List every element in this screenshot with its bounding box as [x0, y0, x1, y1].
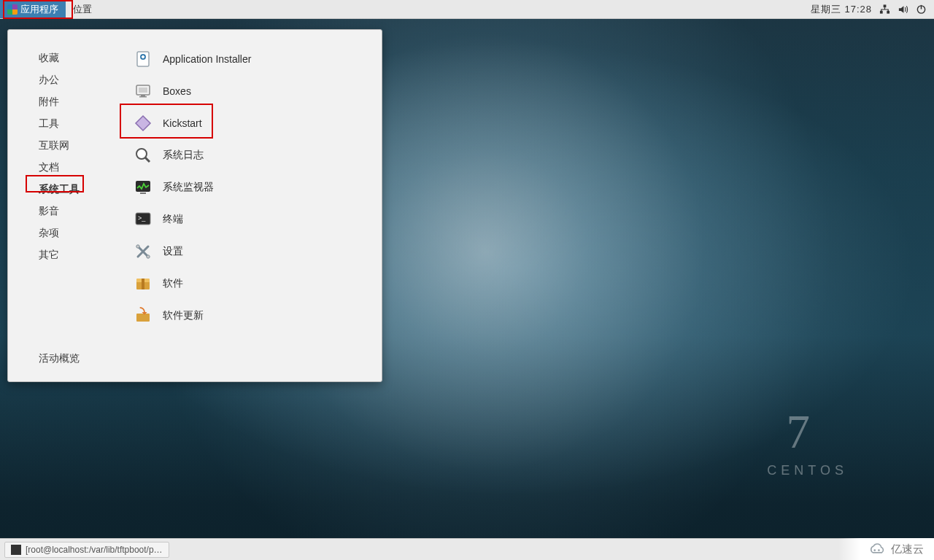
app-label: 系统监视器 [163, 181, 214, 194]
cat-misc[interactable]: 杂项 [39, 222, 117, 244]
svg-rect-10 [139, 88, 147, 93]
volume-icon[interactable] [898, 4, 908, 15]
svg-rect-11 [141, 95, 145, 96]
settings-icon [134, 242, 153, 261]
taskbar-item-terminal[interactable]: [root@localhost:/var/lib/tftpboot/p… [4, 542, 169, 558]
app-software[interactable]: 软件 [125, 268, 374, 300]
app-software-update[interactable]: 软件更新 [125, 300, 374, 332]
activities-overview[interactable]: 活动概览 [39, 352, 80, 365]
network-icon[interactable] [879, 4, 890, 15]
svg-rect-24 [142, 279, 144, 289]
cat-documents[interactable]: 文档 [39, 157, 117, 179]
centos-brand-text: CENTOS [767, 463, 848, 478]
app-settings[interactable]: 设置 [125, 236, 374, 268]
applications-menu-button[interactable]: 应用程序 [0, 0, 66, 18]
svg-point-20 [136, 245, 139, 248]
cat-other[interactable]: 其它 [39, 244, 117, 266]
app-label: 软件更新 [163, 309, 204, 322]
cat-system-tools[interactable]: 系统工具 [39, 179, 117, 201]
centos-logo-icon [7, 4, 18, 15]
cat-internet[interactable]: 互联网 [39, 135, 117, 157]
cat-label: 互联网 [39, 139, 69, 152]
cat-label: 文档 [39, 161, 59, 174]
app-application-installer[interactable]: Application Installer [125, 43, 374, 75]
cat-multimedia[interactable]: 影音 [39, 201, 117, 222]
terminal-icon: >_ [134, 210, 153, 229]
centos-seven: 7 [787, 405, 811, 459]
svg-rect-1 [880, 10, 883, 13]
applications-label: 应用程序 [20, 3, 58, 16]
application-installer-icon [134, 50, 153, 69]
power-icon[interactable] [916, 4, 927, 15]
app-label: Boxes [163, 85, 191, 97]
places-label: 位置 [73, 3, 92, 16]
app-label: 系统日志 [163, 149, 204, 162]
boxes-icon [134, 82, 153, 101]
cat-label: 杂项 [39, 227, 59, 240]
software-update-icon [134, 306, 153, 325]
svg-rect-2 [887, 10, 889, 13]
watermark-text: 亿速云 [891, 542, 924, 556]
cat-label: 附件 [39, 96, 59, 109]
svg-text:>_: >_ [138, 214, 146, 222]
menu-categories: 收藏 办公 附件 工具 互联网 文档 系统工具 影音 杂项 其它 [8, 30, 117, 381]
app-label: 终端 [163, 213, 183, 226]
menu-apps-list: Application Installer Boxes Kickstart 系统… [125, 43, 374, 374]
svg-rect-12 [139, 96, 147, 98]
app-label: 软件 [163, 277, 183, 290]
top-panel: 应用程序 位置 星期三 17:28 [0, 0, 934, 19]
activities-overview-label: 活动概览 [39, 352, 80, 364]
svg-point-27 [878, 549, 880, 551]
watermark-cloud-icon [868, 542, 887, 556]
taskbar-item-label: [root@localhost:/var/lib/tftpboot/p… [26, 545, 163, 555]
svg-rect-25 [136, 314, 150, 322]
svg-point-26 [873, 549, 876, 551]
app-label: 设置 [163, 245, 183, 258]
cat-accessories[interactable]: 附件 [39, 91, 117, 113]
system-monitor-icon [134, 178, 153, 197]
app-system-log[interactable]: 系统日志 [125, 139, 374, 171]
svg-line-15 [145, 158, 150, 162]
terminal-icon [11, 545, 21, 555]
svg-point-21 [147, 255, 150, 258]
app-terminal[interactable]: >_ 终端 [125, 203, 374, 236]
app-label: Application Installer [163, 53, 251, 65]
cat-label: 办公 [39, 74, 59, 87]
svg-marker-13 [136, 116, 150, 131]
bottom-taskbar: [root@localhost:/var/lib/tftpboot/p… 亿速云 [0, 538, 934, 560]
app-system-monitor[interactable]: 系统监视器 [125, 171, 374, 203]
svg-rect-0 [884, 4, 887, 7]
svg-point-14 [136, 149, 147, 159]
clock[interactable]: 星期三 17:28 [811, 3, 872, 16]
software-icon [134, 274, 153, 293]
top-panel-right: 星期三 17:28 [811, 3, 934, 16]
watermark: 亿速云 [838, 538, 934, 560]
svg-rect-17 [140, 192, 146, 194]
system-log-icon [134, 146, 153, 165]
cat-utilities[interactable]: 工具 [39, 113, 117, 135]
kickstart-icon [134, 114, 153, 133]
app-label: Kickstart [163, 117, 202, 129]
app-boxes[interactable]: Boxes [125, 75, 374, 107]
cat-favorites[interactable]: 收藏 [39, 47, 117, 69]
cat-label: 工具 [39, 117, 59, 131]
cat-label: 收藏 [39, 52, 59, 65]
cat-label: 影音 [39, 205, 59, 218]
top-panel-left: 应用程序 位置 [0, 0, 99, 18]
app-kickstart[interactable]: Kickstart [125, 107, 374, 139]
cat-label: 其它 [39, 249, 59, 262]
places-menu-button[interactable]: 位置 [66, 0, 99, 18]
cat-label: 系统工具 [39, 183, 80, 196]
applications-menu: 收藏 办公 附件 工具 互联网 文档 系统工具 影音 杂项 其它 活动概览 Ap… [7, 29, 382, 382]
cat-office[interactable]: 办公 [39, 69, 117, 91]
svg-rect-4 [921, 4, 922, 9]
svg-rect-8 [142, 56, 144, 58]
